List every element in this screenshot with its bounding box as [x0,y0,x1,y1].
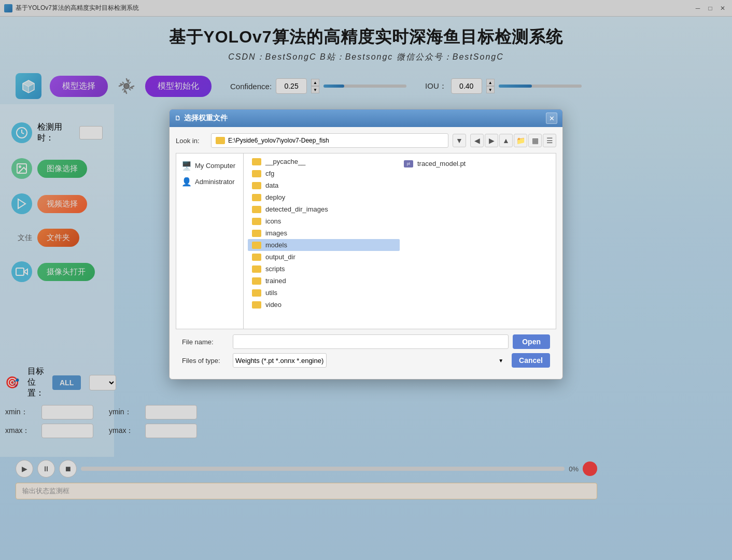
folder-icon [252,182,261,189]
list-item[interactable]: cfg [248,167,400,179]
path-dropdown: ▼ [453,134,466,147]
list-item[interactable]: __pycache__ [248,156,400,167]
list-item[interactable]: images [248,227,400,239]
lookin-path: E:\Pyside6_yolov7\yolov7-Deep_fish [211,133,448,148]
lookin-label: Look in: [176,137,207,145]
filename-row: File name: Open [182,334,550,349]
folder-icon [252,277,261,285]
tree-item-computer[interactable]: 🖥️ My Computer [176,158,243,174]
folder-icon [252,218,261,225]
list-item[interactable]: icons [248,215,400,227]
list-item[interactable]: video [248,299,400,311]
files-left-col: __pycache__ cfg data [248,156,400,311]
list-item[interactable]: scripts [248,263,400,275]
filetype-select[interactable]: Weights (*.pt *.onnx *.engine) [233,353,327,368]
files-right-col: pt traced_model.pt [400,156,552,311]
dialog-files: __pycache__ cfg data [244,153,556,329]
nav-back-button[interactable]: ◀ [470,134,484,147]
folder-icon [252,158,261,165]
tree-item-admin[interactable]: 👤 Administrator [176,174,243,190]
file-browser-pane: 🖥️ My Computer 👤 Administrator [176,153,556,329]
list-item-traced[interactable]: pt traced_model.pt [400,158,552,170]
cancel-button[interactable]: Cancel [512,353,550,368]
dialog-title: 🗋 选择权重文件 [175,114,228,123]
filename-label: File name: [182,338,229,346]
list-item-models[interactable]: models [248,239,400,251]
open-button[interactable]: Open [513,334,550,349]
nav-details-view-button[interactable]: ☰ [543,134,556,147]
list-item[interactable]: data [248,179,400,191]
list-item[interactable]: utils [248,287,400,299]
list-item[interactable]: trained [248,275,400,287]
folder-icon [252,230,261,237]
folder-icon [252,265,261,273]
nav-new-folder-button[interactable]: 📁 [514,134,527,147]
files-layout: __pycache__ cfg data [248,156,552,311]
folder-icon [252,170,261,177]
lookin-row: Look in: E:\Pyside6_yolov7\yolov7-Deep_f… [176,133,556,148]
lookin-folder-icon [216,137,225,144]
list-item[interactable]: deploy [248,191,400,203]
pt-file-icon: pt [404,160,413,167]
nav-list-view-button[interactable]: ▦ [528,134,542,147]
select-arrow-icon: ▼ [498,358,503,363]
dialog-body: Look in: E:\Pyside6_yolov7\yolov7-Deep_f… [170,127,562,379]
folder-icon [252,242,261,249]
list-item[interactable]: output_dir [248,251,400,263]
nav-up-button[interactable]: ▲ [499,134,513,147]
filetype-row: Files of type: Weights (*.pt *.onnx *.en… [182,353,550,368]
filetype-select-wrapper: Weights (*.pt *.onnx *.engine) ▼ [233,353,508,368]
list-item[interactable]: detected_dir_images [248,203,400,215]
folder-icon [252,194,261,201]
filetype-label: Files of type: [182,357,229,365]
folder-icon [252,206,261,213]
folder-icon [252,254,261,261]
nav-buttons: ◀ ▶ ▲ 📁 ▦ ☰ [470,134,556,147]
dialog-title-bar: 🗋 选择权重文件 ✕ [170,109,562,127]
computer-icon: 🖥️ [181,161,192,171]
folder-icon [252,289,261,297]
dialog-footer: File name: Open Files of type: Weights (… [176,329,556,373]
dialog-overlay: 🗋 选择权重文件 ✕ Look in: E:\Pyside6_yolov7\yo… [0,0,732,560]
filename-input[interactable] [233,334,509,349]
dialog-close-button[interactable]: ✕ [546,113,557,124]
user-icon: 👤 [181,177,192,187]
dialog-tree: 🖥️ My Computer 👤 Administrator [176,153,244,329]
folder-icon [252,301,261,309]
nav-forward-button[interactable]: ▶ [485,134,498,147]
file-dialog: 🗋 选择权重文件 ✕ Look in: E:\Pyside6_yolov7\yo… [169,109,563,380]
path-dropdown-btn[interactable]: ▼ [453,134,466,147]
main-window: 基于YOLOv7算法的高精度实时目标检测系统 ─ □ ✕ 基于YOLOv7算法的… [0,0,732,560]
